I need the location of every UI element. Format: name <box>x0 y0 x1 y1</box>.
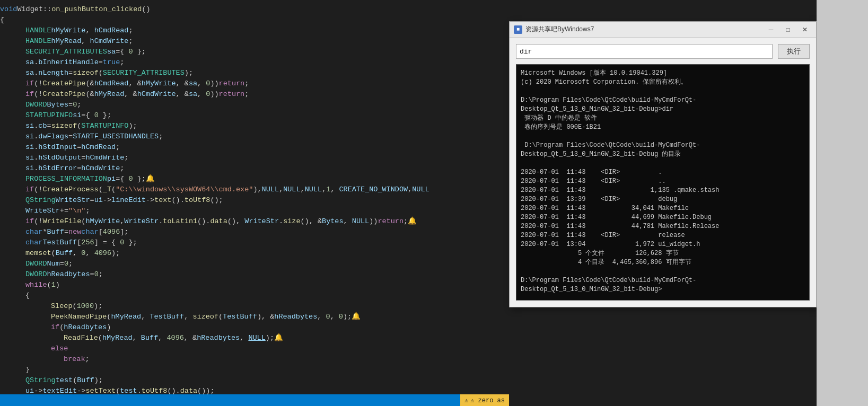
code-line: if (!CreatePipe(&hMyRead, &hCmdWrite, &s… <box>0 89 509 100</box>
code-line: si.dwFlags = STARTF_USESTDHANDLES; <box>0 131 509 142</box>
code-line: STARTUPINFO si = { 0 }; <box>0 110 509 121</box>
code-line: si.hStdInput = hCmdRead; <box>0 142 509 153</box>
code-line: break; <box>0 354 509 365</box>
code-line: PROCESS_INFORMATION pi = { 0 };🔔 <box>0 174 509 184</box>
code-line: HANDLE hMyRead, hCmdWrite; <box>0 36 509 47</box>
code-line: HANDLE hMyWrite, hCmdRead; <box>0 25 509 36</box>
command-input[interactable] <box>516 44 773 59</box>
dialog-title: 资源共享吧ByWindows7 <box>525 25 761 34</box>
status-warning: ⚠ ⚠ zero as <box>460 394 509 406</box>
code-line: void Widget::on_pushButton_clicked() <box>0 4 509 15</box>
code-line: PeekNamedPipe(hMyRead, TestBuff, sizeof(… <box>0 312 509 322</box>
code-line: sa.nLength = sizeof(SECURITY_ATTRIBUTES)… <box>0 68 509 78</box>
code-line: QString WriteStr= ui->lineEdit->text().t… <box>0 195 509 206</box>
code-line: Sleep(1000); <box>0 301 509 312</box>
code-line: DWORD Num = 0; <box>0 259 509 269</box>
dialog-icon: ■ <box>514 25 522 34</box>
code-line: char TestBuff[256] = { 0 }; <box>0 237 509 248</box>
warning-text: ⚠ zero as <box>470 396 505 404</box>
code-line: ReadFile(hMyRead, Buff, 4096, &hReadbyte… <box>0 333 509 343</box>
code-line: sa.bInheritHandle = true; <box>0 57 509 68</box>
code-line: if (!CreateProcess(_T("C:\\windows\\sysW… <box>0 184 509 195</box>
code-line: char* Buff = new char[4096]; <box>0 227 509 237</box>
code-line: si.hStdError = hCmdWrite; <box>0 163 509 174</box>
code-line: si.hStdOutput = hCmdWrite; <box>0 153 509 163</box>
dialog-titlebar: ■ 资源共享吧ByWindows7 ─ □ ✕ <box>510 22 816 38</box>
code-line: if (!CreatePipe(&hCmdRead, &hMyWrite, &s… <box>0 78 509 89</box>
code-line: QString test(Buff); <box>0 375 509 386</box>
exec-button[interactable]: 执行 <box>778 44 810 59</box>
code-line: si.cb = sizeof(STARTUPINFO); <box>0 121 509 131</box>
code-line: memset(Buff, 0, 4096); <box>0 248 509 259</box>
code-line: if (hReadbytes) <box>0 322 509 333</box>
dialog-body: 执行 Microsoft Windows [版本 10.0.19041.329]… <box>510 38 816 307</box>
code-line: else <box>0 343 509 354</box>
code-line: DWORD Bytes = 0; <box>0 100 509 110</box>
dialog-input-row: 执行 <box>516 44 810 59</box>
status-bar: ⚠ ⚠ zero as <box>0 394 509 406</box>
command-output: Microsoft Windows [版本 10.0.19041.329] (c… <box>516 64 810 301</box>
right-panel <box>817 0 868 406</box>
code-line: { <box>0 15 509 25</box>
warning-icon: ⚠ <box>464 396 468 404</box>
code-editor: void Widget::on_pushButton_clicked(){HAN… <box>0 0 509 406</box>
code-line: } <box>0 365 509 375</box>
code-line: if (!WriteFile(hMyWrite,WriteStr.toLatin… <box>0 216 509 227</box>
code-line: WriteStr+="\n"; <box>0 206 509 216</box>
maximize-button[interactable]: □ <box>781 24 795 35</box>
code-line: while (1) <box>0 280 509 290</box>
close-button[interactable]: ✕ <box>798 24 812 35</box>
dialog-window: ■ 资源共享吧ByWindows7 ─ □ ✕ 执行 Microsoft Win… <box>509 21 817 307</box>
code-line: { <box>0 290 509 301</box>
minimize-button[interactable]: ─ <box>764 24 778 35</box>
code-line: SECURITY_ATTRIBUTES sa = { 0 }; <box>0 47 509 57</box>
code-line: DWORD hReadbytes = 0; <box>0 269 509 280</box>
